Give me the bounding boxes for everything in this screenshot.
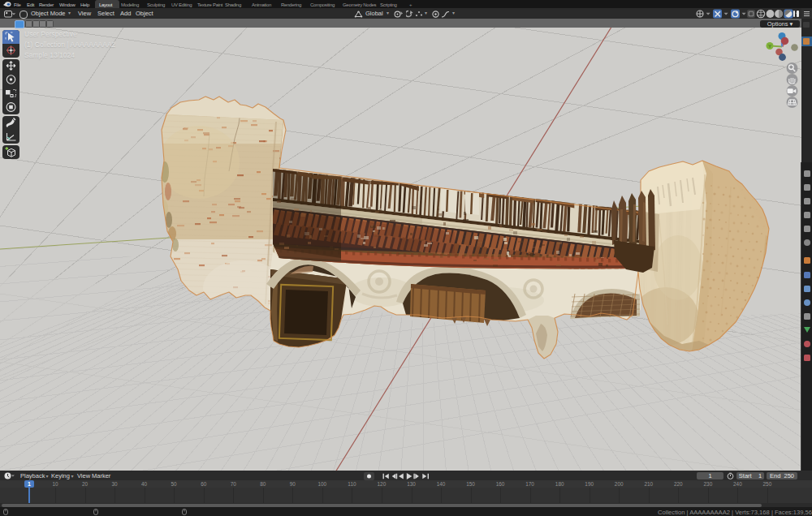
svg-text:Y: Y: [768, 44, 771, 49]
